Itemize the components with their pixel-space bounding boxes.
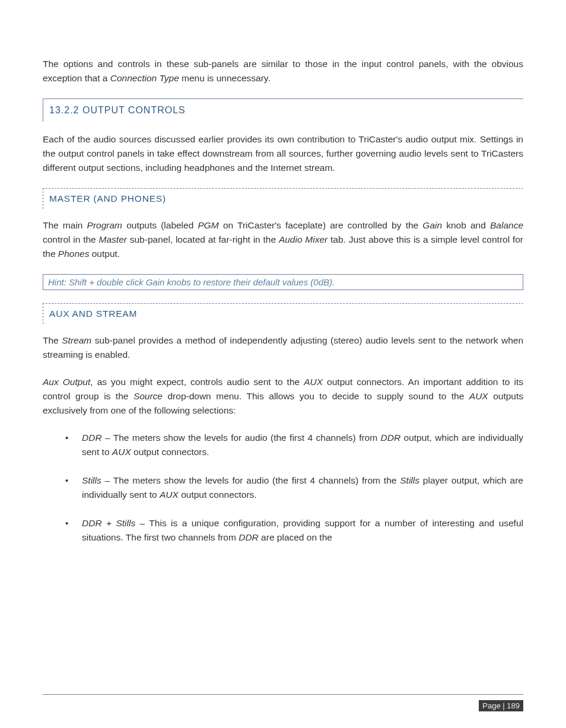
list-item: Stills – The meters show the levels for … [65,473,523,502]
list-item: DDR + Stills – This is a unique configur… [65,516,523,545]
output-paragraph: Each of the audio sources discussed earl… [43,132,523,175]
page-number-badge: Page | 189 [479,700,523,711]
hint-box: Hint: Shift + double click Gain knobs to… [43,274,523,290]
aux-paragraph: Aux Output, as you might expect, control… [43,375,523,418]
stream-paragraph: The Stream sub-panel provides a method o… [43,333,523,362]
aux-options-list: DDR – The meters show the levels for aud… [65,431,523,545]
heading-master: MASTER (AND PHONES) [43,188,523,209]
footer-rule [43,694,523,695]
heading-aux-stream: AUX AND STREAM [43,303,523,324]
list-item: DDR – The meters show the levels for aud… [65,431,523,459]
heading-output-controls: 13.2.2 OUTPUT CONTROLS [43,98,523,122]
master-paragraph: The main Program outputs (labeled PGM on… [43,218,523,261]
intro-paragraph: The options and controls in these sub-pa… [43,57,523,85]
